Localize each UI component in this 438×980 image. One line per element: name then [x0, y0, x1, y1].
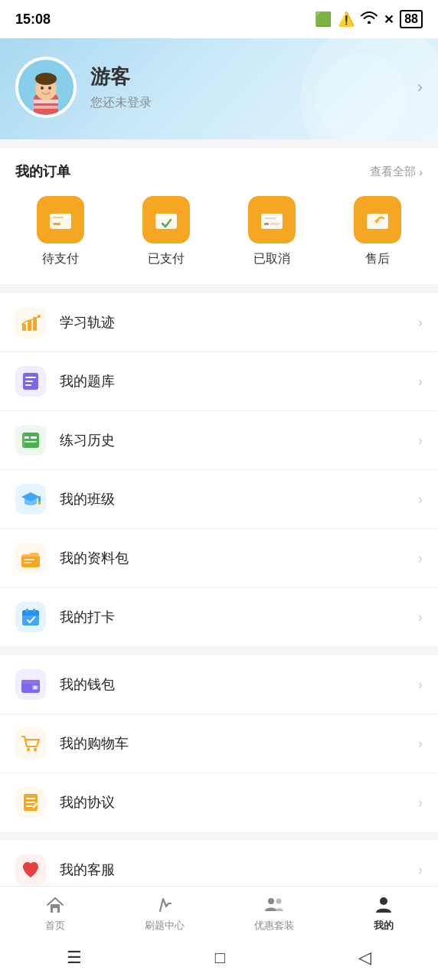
menu-item-study-track[interactable]: 学习轨迹 ›: [0, 293, 438, 352]
svg-point-46: [34, 686, 37, 689]
practice-nav-icon: [154, 894, 175, 916]
svg-point-56: [276, 899, 281, 904]
sys-back-btn[interactable]: ◁: [343, 945, 387, 971]
my-class-arrow: ›: [418, 492, 423, 508]
question-bank-arrow: ›: [418, 374, 423, 390]
svg-point-23: [38, 315, 41, 318]
svg-rect-21: [28, 320, 31, 331]
svg-point-34: [38, 501, 41, 505]
svg-rect-33: [38, 496, 41, 502]
status-icons: 🟩 ⚠️ ✕ 88: [315, 10, 423, 28]
my-service-arrow: ›: [418, 862, 423, 878]
svg-rect-35: [21, 555, 40, 567]
nav-item-deals[interactable]: 优惠套装: [244, 894, 305, 933]
bottom-nav: 首页 刷题中心 优惠套装 我的: [0, 886, 438, 980]
svg-rect-50: [26, 798, 35, 799]
nav-item-home[interactable]: 首页: [25, 894, 86, 933]
nav-item-practice[interactable]: 刷题中心: [134, 894, 195, 933]
view-all-orders[interactable]: 查看全部 ›: [370, 165, 423, 179]
menu-item-my-checkin[interactable]: 我的打卡 ›: [0, 588, 438, 646]
deals-nav-label: 优惠套装: [254, 919, 294, 933]
study-track-icon: [20, 312, 41, 333]
battery-icon: 88: [400, 10, 423, 28]
order-cancelled-label: 已取消: [253, 251, 290, 267]
svg-rect-10: [53, 223, 60, 225]
my-agreement-label: 我的协议: [60, 793, 418, 812]
my-agreement-icon: [20, 792, 41, 813]
question-bank-icon-wrap: [15, 366, 46, 397]
svg-rect-26: [25, 381, 33, 382]
my-materials-icon-wrap: [15, 543, 46, 573]
my-wallet-label: 我的钱包: [60, 675, 418, 694]
orders-section: 我的订单 查看全部 › 待支付: [0, 149, 438, 284]
warning-icon: ⚠️: [338, 11, 355, 28]
study-track-label: 学习轨迹: [60, 313, 418, 332]
svg-rect-16: [264, 223, 269, 225]
sys-menu-btn[interactable]: ☰: [51, 945, 97, 971]
my-cart-icon-wrap: [15, 728, 46, 759]
my-checkin-icon-wrap: [15, 602, 46, 632]
sys-home-btn[interactable]: □: [200, 945, 240, 971]
svg-rect-18: [264, 217, 276, 219]
my-materials-label: 我的资料包: [60, 549, 418, 567]
study-track-icon-wrap: [15, 307, 46, 338]
svg-rect-31: [25, 441, 37, 443]
svg-rect-42: [33, 609, 35, 612]
order-aftersale-label: 售后: [365, 251, 390, 267]
menu-group-finance: 我的钱包 › 我的购物车 › 我的协议: [0, 655, 438, 831]
order-aftersale[interactable]: 售后: [354, 196, 401, 267]
svg-point-5: [35, 73, 57, 85]
deals-nav-icon: [263, 894, 285, 916]
menu-item-question-bank[interactable]: 我的题库 ›: [0, 352, 438, 411]
wifi-icon: [361, 11, 378, 27]
menu-item-my-cart[interactable]: 我的购物车 ›: [0, 714, 438, 773]
practice-history-icon-wrap: [15, 425, 46, 456]
profile-arrow[interactable]: ›: [417, 77, 423, 97]
menu-item-my-wallet[interactable]: 我的钱包 ›: [0, 655, 438, 714]
orders-header: 我的订单 查看全部 ›: [0, 149, 438, 191]
svg-rect-41: [26, 609, 28, 612]
svg-point-55: [268, 898, 274, 904]
svg-rect-30: [31, 436, 37, 439]
my-cart-arrow: ›: [418, 736, 423, 752]
profile-header[interactable]: 游客 您还未登录 ›: [0, 38, 438, 139]
my-checkin-icon: [20, 606, 41, 628]
svg-point-6: [41, 87, 44, 90]
my-wallet-icon-wrap: [15, 669, 46, 700]
menu-item-practice-history[interactable]: 练习历史 ›: [0, 411, 438, 470]
my-service-icon-wrap: [15, 854, 46, 885]
svg-rect-40: [22, 613, 39, 616]
menu-item-my-class[interactable]: 我的班级 ›: [0, 470, 438, 529]
menu-group-learning: 学习轨迹 › 我的题库 › 练习历史 ›: [0, 293, 438, 646]
order-cancelled[interactable]: 已取消: [248, 196, 296, 267]
my-agreement-icon-wrap: [15, 787, 46, 818]
my-cart-label: 我的购物车: [60, 734, 418, 753]
my-checkin-label: 我的打卡: [60, 608, 418, 626]
svg-point-57: [380, 897, 387, 905]
svg-rect-28: [22, 433, 39, 448]
svg-rect-29: [25, 436, 29, 439]
order-paid[interactable]: 已支付: [142, 196, 190, 267]
svg-rect-27: [25, 384, 31, 386]
my-service-icon: [20, 859, 41, 880]
nav-item-mine[interactable]: 我的: [353, 894, 414, 933]
home-nav-label: 首页: [45, 919, 65, 933]
svg-point-7: [48, 87, 51, 90]
my-wallet-arrow: ›: [418, 677, 423, 693]
menu-item-my-materials[interactable]: 我的资料包 ›: [0, 529, 438, 588]
practice-history-label: 练习历史: [60, 431, 418, 449]
my-agreement-arrow: ›: [418, 795, 423, 811]
my-class-icon-wrap: [15, 484, 46, 514]
home-nav-icon: [44, 894, 66, 916]
svg-rect-25: [25, 377, 36, 378]
profile-info: 游客 您还未登录: [90, 64, 404, 111]
avatar-svg: [18, 60, 74, 115]
svg-rect-51: [26, 802, 35, 803]
menu-item-my-agreement[interactable]: 我的协议 ›: [0, 773, 438, 831]
order-pending[interactable]: 待支付: [37, 196, 84, 267]
my-class-icon: [20, 488, 41, 510]
practice-history-icon: [20, 430, 41, 451]
my-class-label: 我的班级: [60, 490, 418, 508]
orders-title: 我的订单: [15, 162, 70, 181]
practice-nav-label: 刷题中心: [145, 919, 185, 933]
